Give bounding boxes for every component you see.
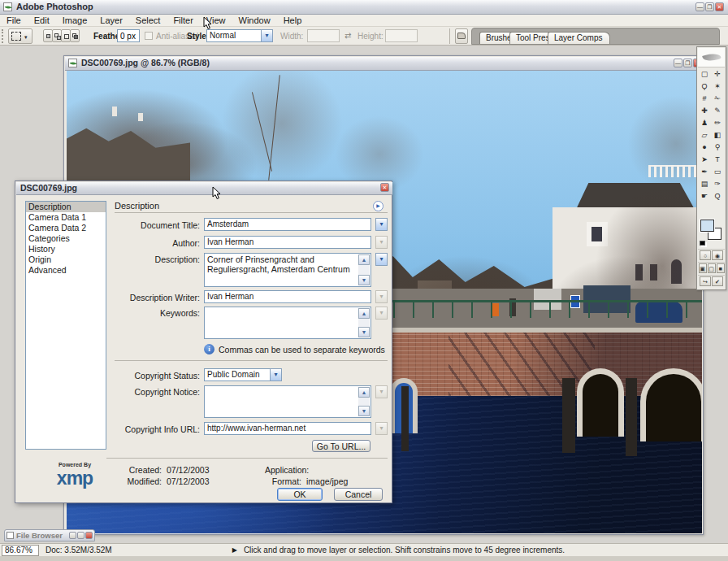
section-categories[interactable]: Categories <box>26 233 106 244</box>
gradient-tool[interactable]: ◧ <box>711 129 724 141</box>
fullscreen-menubar-button[interactable]: ▢ <box>708 263 716 273</box>
intersect-selection-button[interactable] <box>70 29 80 42</box>
scroll-up-icon[interactable]: ▲ <box>358 387 370 398</box>
dodge-tool[interactable]: ⚲ <box>711 141 724 154</box>
options-bar-grip[interactable] <box>2 29 5 43</box>
crop-tool[interactable]: # <box>698 93 711 105</box>
lasso-tool[interactable]: Ϙ <box>698 80 711 93</box>
eraser-tool[interactable]: ▱ <box>698 129 711 141</box>
foreground-color-swatch[interactable] <box>700 220 714 232</box>
maximize-button[interactable]: ❐ <box>705 2 714 11</box>
description-scrollbar[interactable]: ▲▼ <box>358 254 370 285</box>
menu-help[interactable]: Help <box>277 15 309 25</box>
close-button[interactable]: ✕ <box>715 2 724 11</box>
dialog-close-button[interactable]: ✕ <box>380 183 389 192</box>
copyright-url-dropdown[interactable]: ▾ <box>375 422 388 435</box>
dialog-titlebar[interactable]: DSC00769.jpg ✕ <box>16 182 392 195</box>
author-field[interactable]: Ivan Herman <box>204 236 371 249</box>
description-field[interactable]: Corner of Prinsengracht and Reguliersgra… <box>204 253 371 287</box>
swap-dimensions-icon[interactable]: ⇄ <box>344 31 351 40</box>
clone-stamp-tool[interactable]: ♟ <box>698 117 711 129</box>
history-brush-tool[interactable]: ✏ <box>711 117 724 129</box>
document-title-dropdown[interactable]: ▾ <box>375 218 388 231</box>
document-title-field[interactable]: Amsterdam <box>204 218 371 231</box>
feather-input[interactable] <box>117 29 140 42</box>
path-selection-tool[interactable]: ➤ <box>698 154 711 166</box>
fb-close-button[interactable] <box>85 532 93 539</box>
pen-tool[interactable]: ✒ <box>698 166 711 178</box>
standard-mode-button[interactable]: ○ <box>700 250 711 260</box>
copyright-status-select[interactable]: Public Domain ▾ <box>204 368 282 381</box>
type-tool[interactable]: T <box>711 154 724 166</box>
section-camera-data-2[interactable]: Camera Data 2 <box>26 223 106 233</box>
width-input[interactable] <box>307 29 340 42</box>
doc-minimize-button[interactable]: — <box>674 59 682 67</box>
standard-screen-button[interactable]: ▣ <box>699 263 707 273</box>
antialiased-checkbox[interactable] <box>145 32 153 40</box>
description-dropdown[interactable]: ▾ <box>375 253 388 266</box>
slice-tool[interactable]: ✁ <box>711 93 724 105</box>
menu-select[interactable]: Select <box>129 15 167 25</box>
copyright-notice-scrollbar[interactable]: ▲▼ <box>358 387 370 416</box>
edit-in-imageready-button[interactable]: ↪ <box>700 276 711 286</box>
section-origin[interactable]: Origin <box>26 254 106 265</box>
section-camera-data-1[interactable]: Camera Data 1 <box>26 212 106 223</box>
description-writer-field[interactable]: Ivan Herman <box>204 290 371 303</box>
status-arrow-icon[interactable]: ▶ <box>232 546 237 554</box>
document-titlebar[interactable]: DSC00769.jpg @ 86.7% (RGB/8) — ❐ ✕ <box>65 57 704 71</box>
scroll-down-icon[interactable]: ▼ <box>358 327 370 337</box>
section-history[interactable]: History <box>26 244 106 254</box>
eyedropper-tool[interactable]: ✑ <box>711 178 724 190</box>
doc-restore-button[interactable]: ❐ <box>683 59 692 67</box>
shape-tool[interactable]: ▭ <box>711 166 724 178</box>
copyright-notice-dropdown[interactable]: ▾ <box>375 385 388 398</box>
copyright-url-field[interactable]: http://www.ivan-herman.net <box>204 422 371 435</box>
description-writer-dropdown[interactable]: ▾ <box>375 290 388 303</box>
file-browser-window[interactable]: File Browser <box>4 529 95 541</box>
scroll-up-icon[interactable]: ▲ <box>358 254 370 265</box>
style-select[interactable]: Normal ▾ <box>206 29 273 42</box>
menu-edit[interactable]: Edit <box>28 15 56 25</box>
copyright-status-dropdown-icon[interactable]: ▾ <box>270 368 282 381</box>
hand-tool[interactable]: ☛ <box>698 190 711 202</box>
fullscreen-button[interactable]: ■ <box>717 263 725 273</box>
menu-layer[interactable]: Layer <box>93 15 129 25</box>
copyright-notice-field[interactable]: ▲▼ <box>204 385 371 418</box>
height-input[interactable] <box>385 29 418 42</box>
toolbox-header[interactable] <box>698 48 725 67</box>
tab-layer-comps[interactable]: Layer Comps <box>548 32 610 44</box>
ok-button[interactable]: OK <box>277 488 323 501</box>
keywords-field[interactable]: ▲▼ <box>204 307 371 339</box>
menu-filter[interactable]: Filter <box>167 15 199 25</box>
keywords-dropdown[interactable]: ▾ <box>375 307 388 320</box>
default-colors-icon[interactable] <box>700 241 705 246</box>
go-to-url-button[interactable]: Go To URL... <box>312 440 370 452</box>
zoom-tool[interactable]: Q <box>711 190 724 202</box>
author-dropdown[interactable]: ▾ <box>375 236 388 249</box>
menu-image[interactable]: Image <box>56 15 94 25</box>
flyout-menu-button[interactable]: ▶ <box>373 201 384 211</box>
file-browser-toggle-button[interactable] <box>455 28 468 44</box>
fb-minimize-button[interactable] <box>69 532 76 539</box>
cancel-button[interactable]: Cancel <box>334 488 383 501</box>
keywords-scrollbar[interactable]: ▲▼ <box>358 308 370 337</box>
brush-tool[interactable]: ✎ <box>711 105 724 117</box>
section-description[interactable]: Description <box>26 202 106 212</box>
main-titlebar[interactable]: Adobe Photoshop — ❐ ✕ <box>0 0 728 15</box>
scroll-down-icon[interactable]: ▼ <box>358 275 370 285</box>
scroll-down-icon[interactable]: ▼ <box>358 406 370 416</box>
section-advanced[interactable]: Advanced <box>26 265 106 276</box>
menu-window[interactable]: Window <box>232 15 277 25</box>
healing-brush-tool[interactable]: ✚ <box>698 105 711 117</box>
scroll-up-icon[interactable]: ▲ <box>358 308 370 319</box>
fb-restore-button[interactable] <box>77 532 84 539</box>
move-tool[interactable]: ✛ <box>711 68 724 80</box>
rectangular-marquee-tool[interactable]: ▢ <box>698 68 711 80</box>
zoom-percent-input[interactable]: 86.67% <box>2 545 39 556</box>
magic-wand-tool[interactable]: ✶ <box>711 80 724 93</box>
current-tool-button[interactable]: ▾ <box>8 28 32 44</box>
style-dropdown-icon[interactable]: ▾ <box>261 29 273 42</box>
minimize-button[interactable]: — <box>696 2 704 11</box>
quick-mask-mode-button[interactable]: ◉ <box>712 250 723 260</box>
notes-tool[interactable]: ▤ <box>698 178 711 190</box>
